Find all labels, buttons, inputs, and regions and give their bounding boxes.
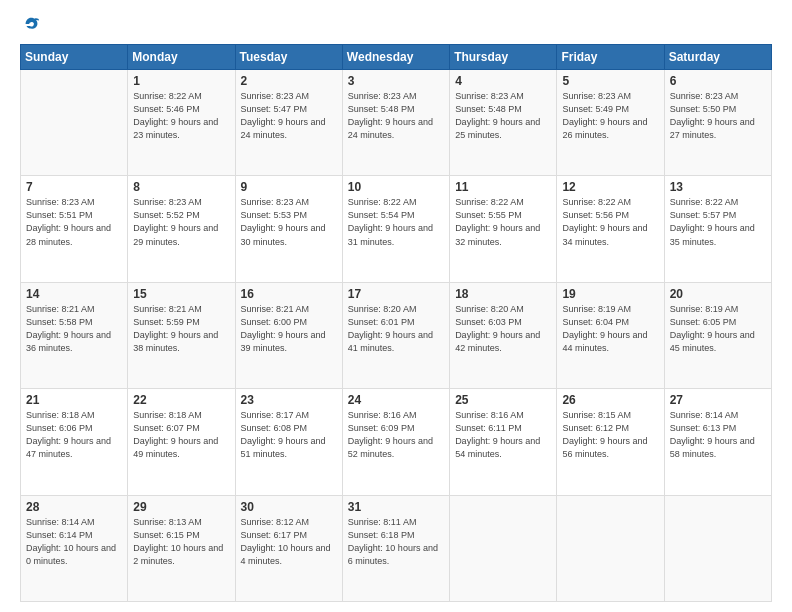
sunset-text: Sunset: 6:04 PM [562, 317, 629, 327]
daylight-text: Daylight: 9 hours and 23 minutes. [133, 117, 218, 140]
day-info: Sunrise: 8:14 AM Sunset: 6:13 PM Dayligh… [670, 409, 766, 461]
daylight-text: Daylight: 9 hours and 45 minutes. [670, 330, 755, 353]
weekday-header: Thursday [450, 45, 557, 70]
calendar-cell: 7 Sunrise: 8:23 AM Sunset: 5:51 PM Dayli… [21, 176, 128, 282]
sunrise-text: Sunrise: 8:15 AM [562, 410, 631, 420]
calendar-cell: 20 Sunrise: 8:19 AM Sunset: 6:05 PM Dayl… [664, 282, 771, 388]
day-number: 20 [670, 287, 766, 301]
weekday-header: Tuesday [235, 45, 342, 70]
sunrise-text: Sunrise: 8:21 AM [241, 304, 310, 314]
day-number: 27 [670, 393, 766, 407]
daylight-text: Daylight: 9 hours and 24 minutes. [241, 117, 326, 140]
sunset-text: Sunset: 6:05 PM [670, 317, 737, 327]
sunset-text: Sunset: 5:49 PM [562, 104, 629, 114]
calendar-cell: 6 Sunrise: 8:23 AM Sunset: 5:50 PM Dayli… [664, 70, 771, 176]
daylight-text: Daylight: 9 hours and 30 minutes. [241, 223, 326, 246]
calendar-cell: 27 Sunrise: 8:14 AM Sunset: 6:13 PM Dayl… [664, 389, 771, 495]
calendar-cell: 2 Sunrise: 8:23 AM Sunset: 5:47 PM Dayli… [235, 70, 342, 176]
calendar-cell: 28 Sunrise: 8:14 AM Sunset: 6:14 PM Dayl… [21, 495, 128, 601]
sunrise-text: Sunrise: 8:22 AM [670, 197, 739, 207]
day-info: Sunrise: 8:23 AM Sunset: 5:53 PM Dayligh… [241, 196, 337, 248]
day-info: Sunrise: 8:15 AM Sunset: 6:12 PM Dayligh… [562, 409, 658, 461]
sunrise-text: Sunrise: 8:23 AM [133, 197, 202, 207]
day-info: Sunrise: 8:19 AM Sunset: 6:04 PM Dayligh… [562, 303, 658, 355]
calendar-cell: 24 Sunrise: 8:16 AM Sunset: 6:09 PM Dayl… [342, 389, 449, 495]
day-info: Sunrise: 8:20 AM Sunset: 6:01 PM Dayligh… [348, 303, 444, 355]
sunset-text: Sunset: 6:06 PM [26, 423, 93, 433]
daylight-text: Daylight: 9 hours and 47 minutes. [26, 436, 111, 459]
daylight-text: Daylight: 9 hours and 29 minutes. [133, 223, 218, 246]
sunset-text: Sunset: 5:52 PM [133, 210, 200, 220]
sunrise-text: Sunrise: 8:22 AM [455, 197, 524, 207]
logo [20, 16, 40, 34]
daylight-text: Daylight: 9 hours and 42 minutes. [455, 330, 540, 353]
calendar-cell [557, 495, 664, 601]
header [20, 16, 772, 34]
day-number: 13 [670, 180, 766, 194]
sunset-text: Sunset: 6:12 PM [562, 423, 629, 433]
day-number: 28 [26, 500, 122, 514]
calendar-cell: 14 Sunrise: 8:21 AM Sunset: 5:58 PM Dayl… [21, 282, 128, 388]
day-info: Sunrise: 8:23 AM Sunset: 5:48 PM Dayligh… [348, 90, 444, 142]
sunrise-text: Sunrise: 8:22 AM [348, 197, 417, 207]
daylight-text: Daylight: 10 hours and 0 minutes. [26, 543, 116, 566]
calendar-table: SundayMondayTuesdayWednesdayThursdayFrid… [20, 44, 772, 602]
daylight-text: Daylight: 9 hours and 54 minutes. [455, 436, 540, 459]
daylight-text: Daylight: 10 hours and 2 minutes. [133, 543, 223, 566]
sunset-text: Sunset: 5:50 PM [670, 104, 737, 114]
day-number: 26 [562, 393, 658, 407]
calendar-cell: 19 Sunrise: 8:19 AM Sunset: 6:04 PM Dayl… [557, 282, 664, 388]
daylight-text: Daylight: 9 hours and 26 minutes. [562, 117, 647, 140]
daylight-text: Daylight: 9 hours and 58 minutes. [670, 436, 755, 459]
day-info: Sunrise: 8:22 AM Sunset: 5:56 PM Dayligh… [562, 196, 658, 248]
day-info: Sunrise: 8:11 AM Sunset: 6:18 PM Dayligh… [348, 516, 444, 568]
day-info: Sunrise: 8:22 AM Sunset: 5:54 PM Dayligh… [348, 196, 444, 248]
sunset-text: Sunset: 6:00 PM [241, 317, 308, 327]
sunrise-text: Sunrise: 8:23 AM [562, 91, 631, 101]
daylight-text: Daylight: 9 hours and 38 minutes. [133, 330, 218, 353]
daylight-text: Daylight: 9 hours and 44 minutes. [562, 330, 647, 353]
calendar-cell: 15 Sunrise: 8:21 AM Sunset: 5:59 PM Dayl… [128, 282, 235, 388]
daylight-text: Daylight: 9 hours and 34 minutes. [562, 223, 647, 246]
daylight-text: Daylight: 9 hours and 35 minutes. [670, 223, 755, 246]
daylight-text: Daylight: 9 hours and 51 minutes. [241, 436, 326, 459]
sunset-text: Sunset: 6:07 PM [133, 423, 200, 433]
calendar-week-row: 7 Sunrise: 8:23 AM Sunset: 5:51 PM Dayli… [21, 176, 772, 282]
sunrise-text: Sunrise: 8:19 AM [670, 304, 739, 314]
page: SundayMondayTuesdayWednesdayThursdayFrid… [0, 0, 792, 612]
sunset-text: Sunset: 5:56 PM [562, 210, 629, 220]
day-number: 24 [348, 393, 444, 407]
sunset-text: Sunset: 5:53 PM [241, 210, 308, 220]
sunrise-text: Sunrise: 8:21 AM [26, 304, 95, 314]
sunrise-text: Sunrise: 8:23 AM [241, 197, 310, 207]
day-number: 4 [455, 74, 551, 88]
weekday-header: Friday [557, 45, 664, 70]
day-info: Sunrise: 8:20 AM Sunset: 6:03 PM Dayligh… [455, 303, 551, 355]
day-info: Sunrise: 8:22 AM Sunset: 5:46 PM Dayligh… [133, 90, 229, 142]
sunrise-text: Sunrise: 8:22 AM [133, 91, 202, 101]
sunset-text: Sunset: 6:11 PM [455, 423, 522, 433]
sunset-text: Sunset: 5:47 PM [241, 104, 308, 114]
day-info: Sunrise: 8:13 AM Sunset: 6:15 PM Dayligh… [133, 516, 229, 568]
day-number: 19 [562, 287, 658, 301]
sunset-text: Sunset: 6:03 PM [455, 317, 522, 327]
sunrise-text: Sunrise: 8:20 AM [348, 304, 417, 314]
day-info: Sunrise: 8:21 AM Sunset: 5:59 PM Dayligh… [133, 303, 229, 355]
calendar-cell: 25 Sunrise: 8:16 AM Sunset: 6:11 PM Dayl… [450, 389, 557, 495]
calendar-cell: 30 Sunrise: 8:12 AM Sunset: 6:17 PM Dayl… [235, 495, 342, 601]
day-number: 8 [133, 180, 229, 194]
sunset-text: Sunset: 6:18 PM [348, 530, 415, 540]
calendar-cell: 18 Sunrise: 8:20 AM Sunset: 6:03 PM Dayl… [450, 282, 557, 388]
calendar-cell: 22 Sunrise: 8:18 AM Sunset: 6:07 PM Dayl… [128, 389, 235, 495]
day-info: Sunrise: 8:23 AM Sunset: 5:49 PM Dayligh… [562, 90, 658, 142]
calendar-cell: 17 Sunrise: 8:20 AM Sunset: 6:01 PM Dayl… [342, 282, 449, 388]
calendar-cell [21, 70, 128, 176]
calendar-cell: 9 Sunrise: 8:23 AM Sunset: 5:53 PM Dayli… [235, 176, 342, 282]
day-info: Sunrise: 8:18 AM Sunset: 6:06 PM Dayligh… [26, 409, 122, 461]
logo-bird-icon [22, 16, 40, 34]
sunrise-text: Sunrise: 8:16 AM [348, 410, 417, 420]
day-info: Sunrise: 8:23 AM Sunset: 5:50 PM Dayligh… [670, 90, 766, 142]
sunset-text: Sunset: 6:01 PM [348, 317, 415, 327]
day-info: Sunrise: 8:23 AM Sunset: 5:48 PM Dayligh… [455, 90, 551, 142]
day-number: 7 [26, 180, 122, 194]
